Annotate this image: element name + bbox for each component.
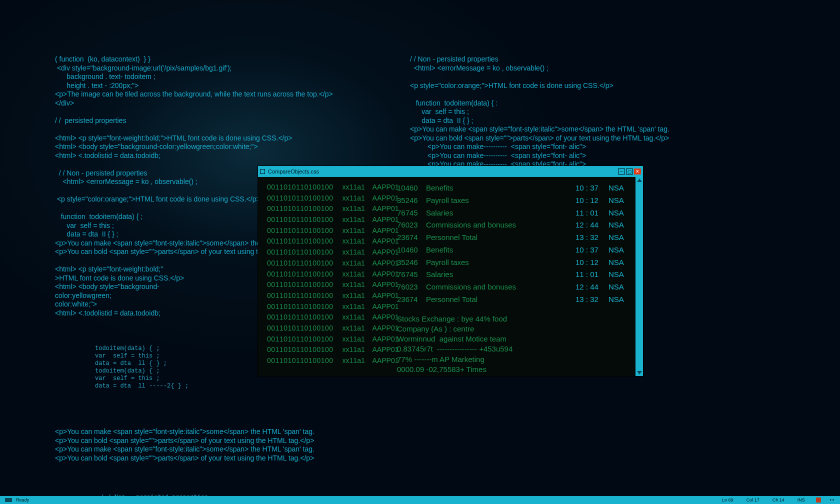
bin-c2: xx11a1 xyxy=(342,214,364,226)
row-tag: NSA xyxy=(608,244,632,256)
bin-c1: 0011010110100100 xyxy=(267,204,334,214)
data-row: 23674Personnel Total13 : 32NSA xyxy=(397,232,632,244)
row-time: 11 : 01 xyxy=(576,268,608,281)
status-dots: •• xyxy=(830,498,835,502)
data-row: 35246Payroll taxes10 : 12NSA xyxy=(397,194,632,207)
binary-row: 0011010110100100xx11a1AAPP01 xyxy=(267,356,388,366)
row-number: 76023 xyxy=(397,281,426,294)
window-title: CompareObjects.css xyxy=(268,168,615,174)
titlebar[interactable]: CompareObjects.css ─ ▢ ✕ xyxy=(258,166,643,177)
footer-text: Stocks Exchange : bye 44% food Company (… xyxy=(397,314,632,375)
bin-c1: 0011010110100100 xyxy=(267,290,334,302)
data-row: 35246Payroll taxes10 : 12NSA xyxy=(397,256,632,269)
bin-c1: 0011010110100100 xyxy=(267,334,334,345)
binary-row: 0011010110100100xx11a1AAPP01 xyxy=(267,204,388,214)
bin-c2: xx11a1 xyxy=(342,334,364,345)
status-ready: Ready xyxy=(16,498,29,502)
bin-c1: 0011010110100100 xyxy=(267,312,334,323)
row-time: 10 : 37 xyxy=(576,244,608,256)
row-label: Commissions and bonuses xyxy=(426,281,576,294)
binary-row: 0011010110100100xx11a1AAPP01 xyxy=(267,280,388,290)
row-tag: NSA xyxy=(608,207,632,220)
data-row: 76023Commissions and bonuses12 : 44NSA xyxy=(397,281,632,294)
row-tag: NSA xyxy=(608,219,632,232)
bin-c2: xx11a1 xyxy=(342,356,364,366)
bin-c2: xx11a1 xyxy=(342,193,364,204)
bin-c2: xx11a1 xyxy=(342,312,364,323)
compare-objects-window: CompareObjects.css ─ ▢ ✕ 001101011010010… xyxy=(258,166,643,376)
row-tag: NSA xyxy=(608,281,632,294)
scroll-up-icon[interactable] xyxy=(637,178,642,182)
bin-c2: xx11a1 xyxy=(342,258,364,269)
row-label: Payroll taxes xyxy=(426,256,576,269)
bin-c1: 0011010110100100 xyxy=(267,344,334,356)
row-time: 13 : 32 xyxy=(576,232,608,244)
window-icon xyxy=(260,169,265,174)
row-tag: NSA xyxy=(608,232,632,244)
window-body: 0011010110100100xx11a1AAPP01001101011010… xyxy=(258,177,643,376)
status-bar: Ready Ln 69 Col 17 Ch 14 INS •• xyxy=(0,496,840,504)
status-char: Ch 14 xyxy=(770,498,786,502)
row-number: 23674 xyxy=(397,232,426,244)
row-label: Payroll taxes xyxy=(426,194,576,207)
row-label: Salaries xyxy=(426,207,576,220)
binary-row: 0011010110100100xx11a1AAPP01 xyxy=(267,236,388,247)
binary-row: 0011010110100100xx11a1AAPP01 xyxy=(267,193,388,204)
binary-row: 0011010110100100xx11a1AAPP01 xyxy=(267,344,388,356)
row-label: Personnel Total xyxy=(426,232,576,244)
bin-c1: 0011010110100100 xyxy=(267,193,334,204)
bin-c1: 0011010110100100 xyxy=(267,226,334,236)
row-time: 12 : 44 xyxy=(576,219,608,232)
status-ins: INS xyxy=(796,498,807,502)
row-number: 35246 xyxy=(397,194,426,207)
minimize-button[interactable]: ─ xyxy=(618,168,625,174)
bin-c2: xx11a1 xyxy=(342,302,364,312)
binary-row: 0011010110100100xx11a1AAPP01 xyxy=(267,323,388,334)
row-number: 76745 xyxy=(397,207,426,220)
data-row: 76023Commissions and bonuses12 : 44NSA xyxy=(397,219,632,232)
scroll-down-icon[interactable] xyxy=(637,371,642,374)
data-row: 23674Personnel Total13 : 32NSA xyxy=(397,294,632,306)
row-time: 11 : 01 xyxy=(576,207,608,220)
maximize-button[interactable]: ▢ xyxy=(626,168,633,174)
data-row: 10460Benefits10 : 37NSA xyxy=(397,182,632,194)
warning-icon[interactable] xyxy=(816,498,821,502)
data-row: 10460Benefits10 : 37NSA xyxy=(397,244,632,256)
scrollbar[interactable] xyxy=(636,177,643,376)
bin-c2: xx11a1 xyxy=(342,269,364,280)
binary-row: 0011010110100100xx11a1AAPP01 xyxy=(267,312,388,323)
data-row: 76745Salaries11 : 01NSA xyxy=(397,268,632,281)
binary-row: 0011010110100100xx11a1AAPP01 xyxy=(267,290,388,302)
bin-c1: 0011010110100100 xyxy=(267,302,334,312)
bin-c2: xx11a1 xyxy=(342,236,364,247)
binary-row: 0011010110100100xx11a1AAPP01 xyxy=(267,214,388,226)
bin-c2: xx11a1 xyxy=(342,204,364,214)
bin-c1: 0011010110100100 xyxy=(267,214,334,226)
bin-c1: 0011010110100100 xyxy=(267,323,334,334)
row-number: 35246 xyxy=(397,256,426,269)
row-number: 76023 xyxy=(397,219,426,232)
binary-row: 0011010110100100xx11a1AAPP01 xyxy=(267,247,388,258)
row-tag: NSA xyxy=(608,268,632,281)
row-tag: NSA xyxy=(608,182,632,194)
row-number: 23674 xyxy=(397,294,426,306)
bin-c1: 0011010110100100 xyxy=(267,182,334,193)
binary-row: 0011010110100100xx11a1AAPP01 xyxy=(267,334,388,345)
binary-row: 0011010110100100xx11a1AAPP01 xyxy=(267,182,388,193)
binary-row: 0011010110100100xx11a1AAPP01 xyxy=(267,226,388,236)
bin-c2: xx11a1 xyxy=(342,323,364,334)
row-number: 10460 xyxy=(397,182,426,194)
binary-row: 0011010110100100xx11a1AAPP01 xyxy=(267,302,388,312)
status-indicator-icon xyxy=(5,498,12,502)
binary-row: 0011010110100100xx11a1AAPP01 xyxy=(267,269,388,280)
bin-c2: xx11a1 xyxy=(342,182,364,193)
bin-c2: xx11a1 xyxy=(342,247,364,258)
row-tag: NSA xyxy=(608,256,632,269)
close-button[interactable]: ✕ xyxy=(634,168,641,174)
row-label: Personnel Total xyxy=(426,294,576,306)
row-time: 10 : 12 xyxy=(576,194,608,207)
row-label: Benefits xyxy=(426,182,576,194)
bin-c1: 0011010110100100 xyxy=(267,258,334,269)
row-label: Salaries xyxy=(426,268,576,281)
row-time: 10 : 37 xyxy=(576,182,608,194)
